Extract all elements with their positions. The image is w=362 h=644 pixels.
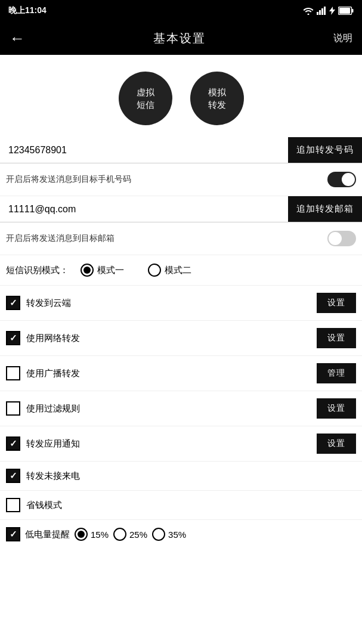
sms-mode2-radio[interactable] [148,264,161,277]
sms-mode1-radio[interactable] [81,264,94,277]
help-button[interactable]: 说明 [333,32,352,45]
battery-icon [338,7,354,15]
check-label-cloud: 转发到云端 [26,298,71,309]
check-label-appnotify: 转发应用通知 [26,438,80,450]
battery-pct25-label: 25% [129,530,147,540]
phone-input-row: 追加转发号码 [0,137,362,163]
sms-mode1-label: 模式一 [97,265,124,276]
btn-cloud[interactable]: 设置 [317,293,356,313]
battery-pct15-label: 15% [91,530,109,540]
status-bar: 晚上11:04 [0,0,362,21]
virtual-sms-button[interactable]: 虚拟 短信 [119,72,172,125]
wifi-icon [303,7,314,15]
checkbox-network[interactable] [6,331,20,345]
svg-rect-0 [317,12,318,15]
battery-pct15-option[interactable]: 15% [75,528,109,541]
checkbox-broadcast[interactable] [6,366,20,380]
header: ← 基本设置 说明 [0,21,362,55]
battery-pct15-radio[interactable] [75,528,88,541]
check-row-appnotify: 转发应用通知 设置 [0,426,362,462]
email-input-row: 追加转发邮箱 [0,196,362,222]
battery-pct35-radio[interactable] [152,528,165,541]
email-toggle[interactable] [327,231,356,246]
status-icons [303,7,354,15]
svg-rect-3 [324,7,326,15]
checkbox-cloud[interactable] [6,296,20,310]
phone-toggle[interactable] [327,172,356,187]
check-label-filter: 使用过滤规则 [26,403,80,414]
sms-mode-label: 短信识别模式： [6,265,69,276]
mode-buttons-row: 虚拟 短信 模拟 转发 [0,55,362,137]
charging-icon [329,7,335,15]
checkbox-filter[interactable] [6,401,20,416]
battery-pct25-radio[interactable] [113,528,126,541]
svg-rect-2 [321,8,323,15]
battery-alert-row: 低电量提醒 15% 25% 35% [0,520,362,549]
check-row-savemode: 省钱模式 [0,491,362,520]
check-label-savemode: 省钱模式 [26,500,62,511]
battery-pct35-label: 35% [168,530,186,540]
check-row-broadcast: 使用广播转发 管理 [0,356,362,391]
check-row-cloud: 转发到云端 设置 [0,286,362,321]
sms-mode2-option[interactable]: 模式二 [148,264,191,277]
btn-broadcast[interactable]: 管理 [317,363,356,383]
status-time: 晚上11:04 [8,5,47,16]
add-phone-button[interactable]: 追加转发号码 [288,137,362,163]
add-email-button[interactable]: 追加转发邮箱 [288,196,362,222]
btn-appnotify[interactable]: 设置 [317,434,356,454]
email-toggle-row: 开启后将发送消息到目标邮箱 [0,222,362,255]
checkbox-appnotify[interactable] [6,436,20,451]
btn-filter[interactable]: 设置 [317,398,356,419]
phone-toggle-row: 开启后将发送消息到目标手机号码 [0,163,362,196]
email-input[interactable] [6,197,288,222]
signal-icon [317,7,326,15]
battery-label: 低电量提醒 [25,529,70,540]
checkbox-battery[interactable] [6,527,20,541]
battery-pct35-option[interactable]: 35% [152,528,186,541]
check-label-missedcall: 转发未接来电 [26,470,80,482]
btn-network[interactable]: 设置 [317,328,356,348]
battery-pct25-option[interactable]: 25% [113,528,147,541]
sms-mode1-option[interactable]: 模式一 [81,264,124,277]
phone-toggle-label: 开启后将发送消息到目标手机号码 [6,174,131,185]
sms-mode-row: 短信识别模式： 模式一 模式二 [0,255,362,286]
check-row-filter: 使用过滤规则 设置 [0,391,362,426]
checkbox-missedcall[interactable] [6,469,20,483]
check-row-missedcall: 转发未接来电 [0,462,362,491]
page-title: 基本设置 [153,30,206,47]
email-toggle-label: 开启后将发送消息到目标邮箱 [6,233,115,244]
simulated-forward-button[interactable]: 模拟 转发 [190,72,244,125]
checkbox-savemode[interactable] [6,498,20,512]
sms-mode2-label: 模式二 [165,265,191,276]
back-button[interactable]: ← [10,30,25,46]
check-label-broadcast: 使用广播转发 [26,368,80,379]
svg-rect-5 [352,9,354,13]
phone-input[interactable] [6,138,288,163]
main-content: 虚拟 短信 模拟 转发 追加转发号码 开启后将发送消息到目标手机号码 追加转发邮… [0,55,362,549]
check-label-network: 使用网络转发 [26,333,80,344]
svg-rect-1 [319,10,321,15]
svg-rect-6 [339,8,350,14]
check-row-network: 使用网络转发 设置 [0,321,362,356]
